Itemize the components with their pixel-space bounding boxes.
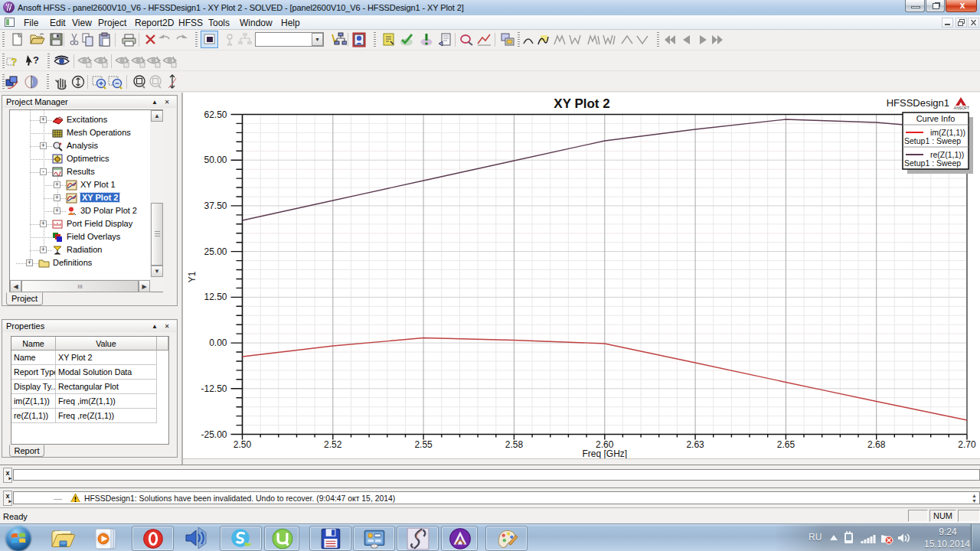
svg-text:ANSOFT: ANSOFT xyxy=(954,106,969,110)
svg-text:2.52: 2.52 xyxy=(324,439,342,450)
svg-text:-12.50: -12.50 xyxy=(201,383,227,394)
svg-text:62.50: 62.50 xyxy=(204,109,227,120)
svg-text:Curve Info: Curve Info xyxy=(916,114,956,123)
svg-text:2.55: 2.55 xyxy=(414,439,433,450)
svg-text:?: ? xyxy=(33,54,39,66)
svg-text:-25.00: -25.00 xyxy=(201,429,227,440)
svg-text:2.58: 2.58 xyxy=(505,439,524,450)
svg-text:2.50: 2.50 xyxy=(234,439,252,450)
svg-text:?: ? xyxy=(11,56,18,68)
svg-text:Y1: Y1 xyxy=(187,271,198,282)
svg-text:XY Plot 2: XY Plot 2 xyxy=(554,96,609,111)
svg-text:2.70: 2.70 xyxy=(958,439,976,450)
svg-text:Freq [GHz]: Freq [GHz] xyxy=(582,448,627,459)
svg-text:37.50: 37.50 xyxy=(204,201,227,211)
svg-text:12.50: 12.50 xyxy=(204,292,227,302)
svg-text:2.63: 2.63 xyxy=(686,439,704,450)
svg-text:25.00: 25.00 xyxy=(204,246,227,257)
svg-text:0.00: 0.00 xyxy=(209,337,227,348)
svg-text:HFSSDesign1: HFSSDesign1 xyxy=(887,97,949,109)
svg-text:Setup1 : Sweep: Setup1 : Sweep xyxy=(904,136,961,145)
svg-text:2.65: 2.65 xyxy=(777,439,795,450)
svg-text:50.00: 50.00 xyxy=(204,155,227,165)
svg-text:Setup1 : Sweep: Setup1 : Sweep xyxy=(904,158,961,168)
svg-text:2.68: 2.68 xyxy=(867,439,886,450)
